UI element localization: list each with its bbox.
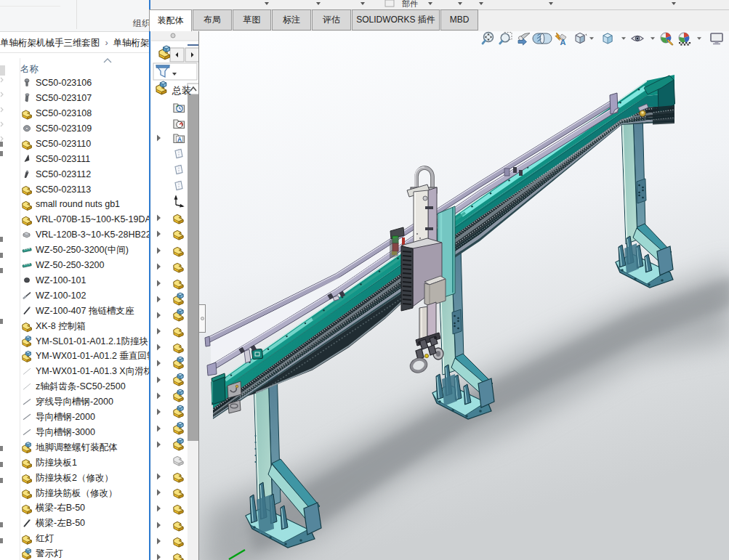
svg-text:WZ-100-101: WZ-100-101 xyxy=(36,275,86,285)
svg-text:穿线导向槽钢-2000: 穿线导向槽钢-2000 xyxy=(36,397,113,407)
svg-text:WZ-100-407 拖链槽支座: WZ-100-407 拖链槽支座 xyxy=(36,306,134,316)
svg-text:防撞块板2（修改）: 防撞块板2（修改） xyxy=(36,473,113,483)
svg-text:横梁-右B-50: 横梁-右B-50 xyxy=(35,503,85,513)
svg-text:SC50-023112: SC50-023112 xyxy=(36,169,91,179)
svg-text:XK-8 控制箱: XK-8 控制箱 xyxy=(36,321,86,331)
svg-text:WZ-100-102: WZ-100-102 xyxy=(36,291,86,301)
svg-text:WZ-50-250-3200: WZ-50-250-3200 xyxy=(36,260,105,270)
svg-text:SC50-023113: SC50-023113 xyxy=(36,184,91,195)
svg-text:防撞块筋板（修改）: 防撞块筋板（修改） xyxy=(36,488,118,498)
svg-text:VRL-070B-15~100-K5-19DA: VRL-070B-15~100-K5-19DA xyxy=(36,214,149,224)
svg-text:YM-WX01-01-A01.2 垂直回转: YM-WX01-01-A01.2 垂直回转 xyxy=(36,351,149,361)
svg-text:部件: 部件 xyxy=(402,0,418,8)
svg-text:SC50-023106: SC50-023106 xyxy=(36,78,92,88)
svg-text:导向槽钢-2000: 导向槽钢-2000 xyxy=(36,412,95,422)
svg-text:YM-WX01-01-A01.3 X向滑枕: YM-WX01-01-A01.3 X向滑枕 xyxy=(36,366,149,376)
svg-text:SC50-023107: SC50-023107 xyxy=(36,93,92,103)
svg-text:A: A xyxy=(560,38,566,46)
svg-text:红灯: 红灯 xyxy=(36,533,55,543)
svg-text:SC50-023110: SC50-023110 xyxy=(36,139,91,149)
svg-text:YM-SL01-01-A01.2.1防撞块: YM-SL01-01-A01.2.1防撞块 xyxy=(36,336,148,346)
svg-text:WZ-50-250-3200(中间): WZ-50-250-3200(中间) xyxy=(36,245,129,255)
svg-text:导向槽钢-3000: 导向槽钢-3000 xyxy=(36,427,95,437)
svg-text:A: A xyxy=(177,136,181,143)
svg-text:名称: 名称 xyxy=(20,64,39,74)
svg-text:small round nuts gb1: small round nuts gb1 xyxy=(36,199,120,209)
svg-text:SC50-023111: SC50-023111 xyxy=(36,154,90,164)
svg-text:横梁-左B-50: 横梁-左B-50 xyxy=(35,518,85,528)
svg-text:防撞块板1: 防撞块板1 xyxy=(36,458,77,468)
svg-text:警示灯: 警示灯 xyxy=(36,548,63,559)
svg-text:VRL-120B-3~10-K5-28HB22: VRL-120B-3~10-K5-28HB22 xyxy=(36,230,149,240)
svg-text:地脚调整螺钉装配体: 地脚调整螺钉装配体 xyxy=(36,442,118,453)
svg-text:总装: 总装 xyxy=(172,85,191,96)
svg-text:SC50-023109: SC50-023109 xyxy=(36,123,92,134)
svg-text:z轴斜齿条-SC50-2500: z轴斜齿条-SC50-2500 xyxy=(36,381,126,391)
svg-text:SC50-023108: SC50-023108 xyxy=(36,108,92,118)
